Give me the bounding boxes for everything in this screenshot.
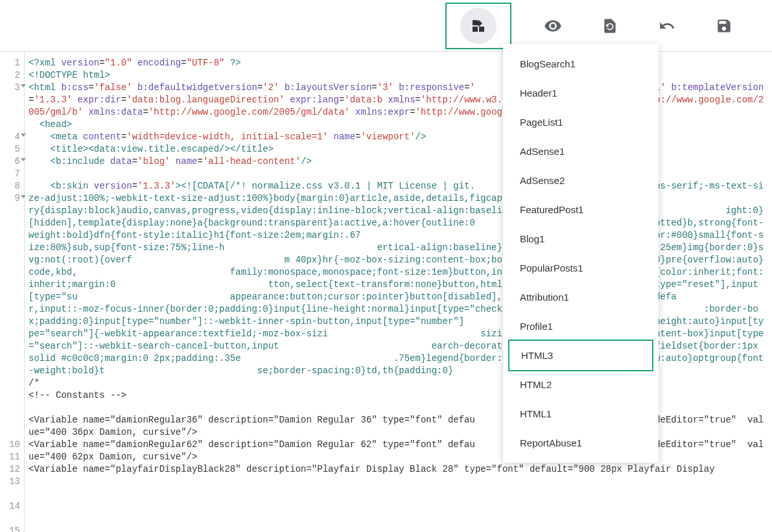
gutter-line-3: 3 [0, 82, 24, 94]
preview-button[interactable] [537, 10, 568, 41]
restore-icon [602, 17, 618, 34]
gutter-line-14b [0, 513, 24, 525]
fold-icon[interactable] [21, 84, 26, 87]
dropdown-item-pagelist1[interactable]: PageList1 [503, 108, 659, 137]
gutter-line-9k [0, 316, 24, 328]
gutter-line-3b [0, 94, 24, 106]
gutter-line-9h [0, 279, 24, 291]
gutter-line-9c [0, 217, 24, 229]
gutter-line-9s [0, 414, 24, 426]
revert-button[interactable] [594, 10, 626, 41]
gutter-line-13b [0, 488, 24, 500]
gutter-line-9i [0, 291, 24, 303]
gutter-line-9q [0, 389, 24, 402]
gutter-line-9m [0, 340, 24, 353]
gutter-line-9d [0, 229, 24, 242]
fold-icon[interactable] [21, 133, 26, 137]
dropdown-item-blogsearch1[interactable]: BlogSearch1 [503, 49, 659, 78]
widgets-dropdown: BlogSearch1 Header1 PageList1 AdSense1 A… [503, 44, 659, 463]
dropdown-item-profile1[interactable]: Profile1 [503, 312, 659, 341]
fold-icon[interactable] [21, 195, 26, 198]
dropdown-item-blog1[interactable]: Blog1 [503, 224, 659, 253]
gutter-line-9p [0, 377, 24, 389]
gutter-line-9: 9 [0, 192, 24, 205]
dropdown-item-html1[interactable]: HTML1 [503, 399, 659, 428]
dropdown-item-adsense1[interactable]: AdSense1 [503, 137, 659, 166]
gutter-line-2: 2 [0, 69, 24, 82]
gutter-line-10: 10 [0, 439, 24, 451]
gutter-line-1: 1 [0, 57, 24, 69]
dropdown-item-popularposts1[interactable]: PopularPosts1 [503, 253, 659, 283]
gutter-line-15: 15 [0, 525, 24, 532]
gutter-line-9o [0, 365, 24, 377]
dropdown-item-header1[interactable]: Header1 [503, 78, 659, 108]
gutter-line-13: 13 [0, 476, 24, 488]
gutter-line-8: 8 [0, 180, 24, 192]
dropdown-item-html2[interactable]: HTML2 [503, 370, 659, 399]
fold-icon[interactable] [21, 158, 26, 161]
gutter-line-9e [0, 242, 24, 254]
code-editor[interactable]: <?xml version="1.0" encoding="UTF-8" ?> … [25, 52, 772, 532]
save-icon [716, 17, 732, 34]
eye-icon [544, 17, 562, 35]
line-gutter: 1 2 3 4 5 6 7 8 9 10 11 12 13 14 [0, 52, 25, 532]
gutter-line-6: 6 [0, 156, 24, 168]
dropdown-item-adsense2[interactable]: AdSense2 [503, 166, 659, 195]
dropdown-item-html3[interactable]: HTML3 [508, 340, 653, 371]
undo-icon [659, 17, 675, 34]
gutter-line-7: 7 [0, 168, 24, 180]
gutter-line-9n [0, 353, 24, 365]
gutter-line-14: 14 [0, 500, 24, 513]
dropdown-item-attribution1[interactable]: Attribution1 [503, 283, 659, 312]
gutter-line-11: 11 [0, 451, 24, 463]
gutter-line-3d [0, 119, 24, 131]
dropdown-item-reportabuse1[interactable]: ReportAbuse1 [503, 428, 659, 457]
gutter-line-9t [0, 426, 24, 439]
widgets-icon [471, 18, 486, 34]
gutter-line-9b [0, 205, 24, 217]
gutter-line-9l [0, 328, 24, 340]
gutter-line-4: 4 [0, 131, 24, 143]
gutter-line-9j [0, 303, 24, 316]
gutter-line-5: 5 [0, 143, 24, 156]
gutter-line-9g [0, 266, 24, 279]
undo-button[interactable] [651, 10, 683, 41]
gutter-line-9f [0, 254, 24, 266]
gutter-line-9r [0, 402, 24, 414]
dropdown-item-featuredpost1[interactable]: FeaturedPost1 [503, 195, 659, 224]
widgets-button[interactable] [445, 3, 511, 49]
gutter-line-12: 12 [0, 463, 24, 476]
save-button[interactable] [708, 10, 740, 41]
gutter-line-3c [0, 106, 24, 119]
